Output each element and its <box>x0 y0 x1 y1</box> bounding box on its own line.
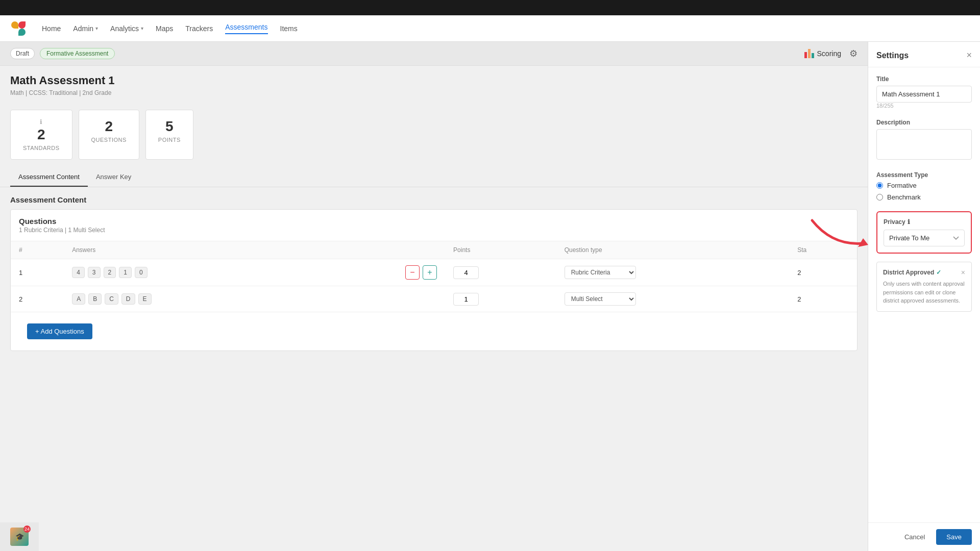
answer-tag: A <box>72 293 85 305</box>
points-input[interactable] <box>453 266 479 279</box>
settings-footer: Cancel Save <box>868 522 980 551</box>
questions-stat: 2 QUESTIONS <box>79 110 139 160</box>
answer-tag: 3 <box>88 267 101 278</box>
status-left: Draft Formative Assessment <box>10 48 115 59</box>
increment-button[interactable]: + <box>423 265 437 280</box>
privacy-label: Privacy ℹ <box>884 218 965 226</box>
decrement-button[interactable]: − <box>405 265 420 280</box>
check-icon: ✓ <box>936 269 941 276</box>
nav-analytics[interactable]: Analytics ▾ <box>110 24 143 33</box>
points-input[interactable] <box>453 293 479 306</box>
row-answers: A B C D E <box>64 286 317 312</box>
close-button[interactable]: × <box>966 50 972 61</box>
questions-table: # Answers Points Question type Sta 1 <box>11 241 857 312</box>
scoring-chart-icon <box>804 49 814 58</box>
title-field-group: Title 18/255 <box>876 76 972 109</box>
settings-panel: Settings × Title 18/255 Description Asse… <box>868 42 980 551</box>
top-bar <box>0 0 980 15</box>
answer-tag: 2 <box>104 267 116 278</box>
bar-icon-3 <box>812 53 814 58</box>
section-title: Assessment Content <box>0 187 868 209</box>
formative-badge[interactable]: Formative Assessment <box>40 48 115 59</box>
description-field-group: Description <box>876 119 972 161</box>
info-icon[interactable]: ℹ <box>23 118 60 126</box>
questions-count: 2 <box>91 118 127 135</box>
avatar-icon: 🎓 <box>15 533 24 541</box>
question-type-select[interactable]: Multi Select Rubric Criteria <box>565 292 636 306</box>
points-count: 5 <box>158 118 181 135</box>
district-text: Only users with content approval permiss… <box>883 280 965 305</box>
page-title: Math Assessment 1 <box>10 74 857 87</box>
info-icon: ℹ <box>908 218 910 226</box>
answer-tag: 1 <box>119 267 132 278</box>
formative-radio[interactable] <box>876 182 883 189</box>
tab-assessment-content[interactable]: Assessment Content <box>10 168 88 187</box>
row-type: Rubric Criteria Multi Select <box>556 259 790 286</box>
assessment-header: Math Assessment 1 Math | CCSS: Tradition… <box>0 66 868 102</box>
answer-tag: C <box>105 293 118 305</box>
assessment-type-label: Assessment Type <box>876 171 972 179</box>
settings-gear-icon[interactable]: ⚙ <box>849 48 857 59</box>
questions-section: Questions 1 Rubric Criteria | 1 Multi Se… <box>10 209 857 351</box>
tab-answer-key[interactable]: Answer Key <box>88 168 139 187</box>
row-points <box>445 286 556 312</box>
row-num: 1 <box>11 259 64 286</box>
row-std: 2 <box>789 286 857 312</box>
col-points: Points <box>445 241 556 259</box>
description-input[interactable] <box>876 129 972 160</box>
main-wrapper: Draft Formative Assessment Scoring ⚙ Mat… <box>0 42 980 551</box>
chevron-down-icon: ▾ <box>141 26 143 31</box>
title-input[interactable] <box>876 86 972 103</box>
avatar[interactable]: 🎓 24 <box>10 528 29 546</box>
chevron-down-icon: ▾ <box>95 26 98 31</box>
status-bar: Draft Formative Assessment Scoring ⚙ <box>0 42 868 66</box>
answer-tag: D <box>121 293 135 305</box>
cancel-button[interactable]: Cancel <box>898 529 931 545</box>
col-num: # <box>11 241 64 259</box>
standards-label: STANDARDS <box>23 145 60 151</box>
benchmark-radio-item[interactable]: Benchmark <box>876 193 972 201</box>
description-label: Description <box>876 119 972 126</box>
col-actions <box>318 241 446 259</box>
points-stat: 5 POINTS <box>145 110 193 160</box>
standards-count: 2 <box>23 127 60 143</box>
draft-badge[interactable]: Draft <box>10 48 35 59</box>
formative-radio-item[interactable]: Formative <box>876 182 972 189</box>
col-type: Question type <box>556 241 790 259</box>
row-std: 2 <box>789 259 857 286</box>
answer-tag: 0 <box>135 267 148 278</box>
nav-home[interactable]: Home <box>42 24 61 33</box>
nav-items[interactable]: Items <box>280 24 298 33</box>
standards-stat: ℹ 2 STANDARDS <box>10 110 72 160</box>
assessment-meta: Math | CCSS: Traditional | 2nd Grade <box>10 89 857 96</box>
row-action-btns <box>318 286 446 312</box>
settings-header: Settings × <box>868 42 980 67</box>
col-answers: Answers <box>64 241 317 259</box>
benchmark-radio[interactable] <box>876 194 883 201</box>
answer-tag: 4 <box>72 267 85 278</box>
scoring-button[interactable]: Scoring <box>804 49 841 58</box>
nav-maps[interactable]: Maps <box>156 24 173 33</box>
save-button[interactable]: Save <box>936 529 972 545</box>
nav-trackers[interactable]: Trackers <box>185 24 213 33</box>
content-area: Draft Formative Assessment Scoring ⚙ Mat… <box>0 42 868 551</box>
nav-assessments[interactable]: Assessments <box>225 23 267 34</box>
bar-icon-1 <box>804 52 807 58</box>
district-title: District Approved ✓ <box>883 269 941 276</box>
question-type-select[interactable]: Rubric Criteria Multi Select <box>565 266 636 279</box>
logo[interactable] <box>10 20 27 37</box>
status-right: Scoring ⚙ <box>804 48 857 59</box>
privacy-select[interactable]: Private To Me School District <box>884 230 965 246</box>
nav-admin[interactable]: Admin ▾ <box>73 24 98 33</box>
questions-title: Questions <box>19 217 849 226</box>
questions-header: Questions 1 Rubric Criteria | 1 Multi Se… <box>11 210 857 241</box>
benchmark-label: Benchmark <box>887 193 921 201</box>
add-questions-button[interactable]: + Add Questions <box>27 323 92 339</box>
formative-label: Formative <box>887 182 917 189</box>
assessment-type-group: Assessment Type Formative Benchmark <box>876 171 972 201</box>
row-action-btns: − + <box>318 259 446 286</box>
district-approved-section: District Approved ✓ × Only users with co… <box>876 262 972 312</box>
table-row: 2 A B C D E <box>11 286 857 312</box>
district-close-button[interactable]: × <box>961 268 965 277</box>
row-num: 2 <box>11 286 64 312</box>
